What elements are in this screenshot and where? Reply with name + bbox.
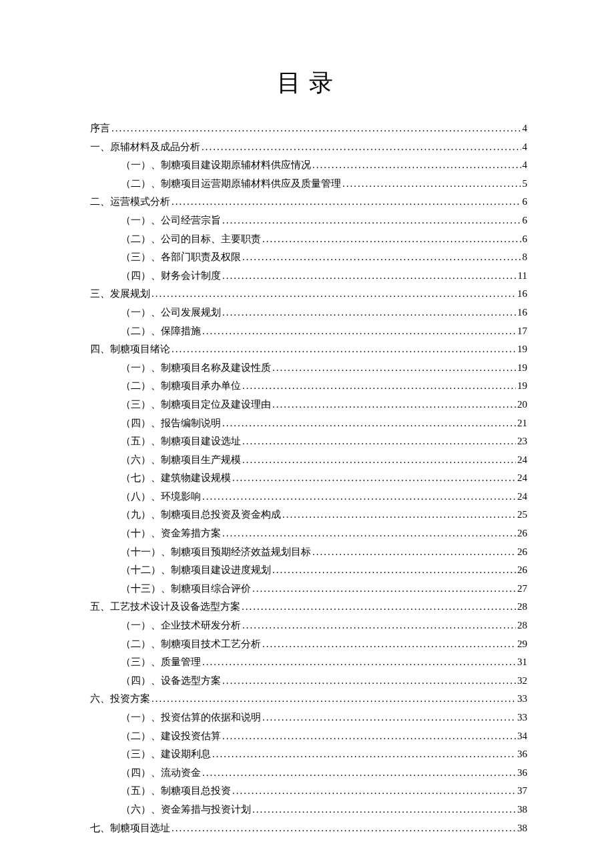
toc-entry-leader — [242, 432, 516, 451]
toc-entry-leader — [212, 745, 516, 764]
toc-entry-label: 三、发展规划 — [90, 285, 150, 304]
toc-entry-page: 19 — [517, 377, 527, 396]
toc-entry: （一）、制糖项目建设期原辅材料供应情况4 — [90, 156, 527, 175]
toc-entry-label: （二）、制糖项目承办单位 — [121, 377, 241, 396]
toc-entry-leader — [222, 267, 517, 286]
toc-entry-leader — [222, 211, 521, 230]
toc-entry-page: 20 — [517, 396, 527, 414]
toc-entry-page: 23 — [517, 432, 527, 451]
toc-entry-label: （二）、保障措施 — [121, 322, 201, 341]
toc-entry-page: 36 — [517, 764, 527, 783]
toc-entry-leader — [242, 616, 516, 635]
toc-entry: （七）、建筑物建设规模24 — [90, 469, 527, 488]
toc-entry-leader — [172, 819, 516, 838]
toc-entry: （四）、报告编制说明21 — [90, 414, 527, 433]
toc-entry-leader — [312, 543, 516, 562]
toc-entry-label: （八）、环境影响 — [121, 488, 201, 506]
toc-entry-label: （十）、资金筹措方案 — [121, 524, 221, 543]
toc-entry-leader — [222, 672, 516, 691]
toc-entry-leader — [242, 451, 516, 470]
toc-entry-label: （二）、公司的目标、主要职责 — [121, 230, 261, 249]
toc-entry-page: 32 — [517, 672, 527, 691]
toc-entry-label: （二）、制糖项目运营期原辅材料供应及质量管理 — [121, 175, 341, 193]
toc-entry-leader — [232, 469, 516, 488]
toc-entry-page: 4 — [523, 138, 528, 157]
toc-entry-leader — [222, 304, 516, 322]
toc-entry-leader — [172, 193, 521, 211]
toc-entry: （二）、制糖项目技术工艺分析29 — [90, 635, 527, 654]
toc-entry: 序言4 — [90, 119, 527, 138]
toc-entry-label: （三）、建设期利息 — [121, 745, 211, 764]
toc-entry-leader — [202, 764, 516, 783]
toc-entry: （八）、环境影响24 — [90, 488, 527, 506]
toc-entry-leader — [111, 119, 521, 138]
toc-entry: （十）、资金筹措方案26 — [90, 524, 527, 543]
toc-entry-page: 16 — [517, 285, 527, 304]
toc-entry-label: （一）、制糖项目名称及建设性质 — [121, 359, 271, 378]
toc-entry: （二）、保障措施17 — [90, 322, 527, 341]
toc-entry: 六、投资方案33 — [90, 690, 527, 709]
toc-entry-page: 33 — [517, 690, 527, 709]
toc-entry-label: （一）、企业技术研发分析 — [121, 616, 241, 635]
toc-entry-page: 38 — [517, 819, 527, 838]
toc-entry-page: 27 — [517, 580, 527, 598]
toc-entry-page: 28 — [517, 616, 527, 635]
toc-entry-label: （一）、制糖项目建设期原辅材料供应情况 — [121, 156, 311, 175]
toc-entry-label: （四）、设备选型方案 — [121, 672, 221, 691]
toc-entry-label: （六）、资金筹措与投资计划 — [121, 801, 251, 819]
toc-entry: （五）、制糖项目总投资37 — [90, 782, 527, 801]
toc-entry-label: 序言 — [90, 119, 110, 138]
toc-entry-label: （四）、报告编制说明 — [121, 414, 221, 433]
toc-entry-page: 24 — [517, 488, 527, 506]
toc-entry-page: 24 — [517, 469, 527, 488]
toc-entry: （三）、制糖项目定位及建设理由20 — [90, 396, 527, 414]
toc-entry-leader — [202, 322, 516, 341]
toc-entry: （一）、投资估算的依据和说明33 — [90, 709, 527, 727]
toc-entry-leader — [242, 377, 516, 396]
toc-entry-page: 19 — [517, 359, 527, 378]
toc-entry: （十三）、制糖项目综合评价27 — [90, 580, 527, 598]
toc-entry-leader — [202, 653, 516, 672]
toc-entry-leader — [272, 396, 516, 414]
toc-entry-label: （二）、制糖项目技术工艺分析 — [121, 635, 261, 654]
toc-entry-page: 28 — [517, 598, 527, 616]
toc-entry-leader — [172, 340, 516, 359]
toc-entry-page: 4 — [523, 119, 528, 138]
toc-entry-page: 5 — [523, 175, 528, 193]
toc-entry-label: （六）、制糖项目生产规模 — [121, 451, 241, 470]
toc-entry-page: 4 — [523, 156, 528, 175]
toc-entry-label: （四）、财务会计制度 — [121, 267, 221, 286]
toc-entry-leader — [222, 727, 516, 746]
toc-entry-page: 29 — [517, 635, 527, 654]
toc-entry-page: 33 — [517, 709, 527, 727]
toc-entry-label: （七）、建筑物建设规模 — [121, 469, 231, 488]
toc-entry-leader — [252, 801, 516, 819]
toc-entry-label: 一、原辅材料及成品分析 — [90, 138, 200, 157]
toc-entry-page: 25 — [517, 506, 527, 524]
toc-entry: 二、运营模式分析6 — [90, 193, 527, 211]
toc-entry: （九）、制糖项目总投资及资金构成25 — [90, 506, 527, 524]
toc-entry-leader — [222, 414, 516, 433]
toc-entry: （五）、制糖项目建设选址23 — [90, 432, 527, 451]
toc-entry: （四）、财务会计制度11 — [90, 267, 527, 286]
toc-entry: （二）、公司的目标、主要职责6 — [90, 230, 527, 249]
toc-entry-page: 16 — [517, 304, 527, 322]
toc-entry-label: （四）、流动资金 — [121, 764, 201, 783]
toc-entry-leader — [242, 248, 521, 267]
toc-entry-page: 11 — [518, 267, 527, 286]
toc-entry-label: （三）、各部门职责及权限 — [121, 248, 241, 267]
toc-entry-label: 二、运营模式分析 — [90, 193, 170, 211]
toc-entry: （四）、流动资金36 — [90, 764, 527, 783]
toc-entry: （一）、制糖项目名称及建设性质19 — [90, 359, 527, 378]
toc-entry-label: 四、制糖项目绪论 — [90, 340, 170, 359]
toc-entry: （一）、企业技术研发分析28 — [90, 616, 527, 635]
toc-entry: （三）、质量管理31 — [90, 653, 527, 672]
toc-entry-label: （十二）、制糖项目建设进度规划 — [121, 561, 271, 580]
toc-entry: （二）、建设投资估算34 — [90, 727, 527, 746]
toc-entry-label: （十三）、制糖项目综合评价 — [121, 580, 251, 598]
toc-entry-leader — [151, 285, 516, 304]
toc-entry-page: 36 — [517, 745, 527, 764]
toc-entry-leader — [242, 598, 516, 616]
toc-entry-page: 19 — [517, 340, 527, 359]
toc-entry: （二）、制糖项目承办单位19 — [90, 377, 527, 396]
